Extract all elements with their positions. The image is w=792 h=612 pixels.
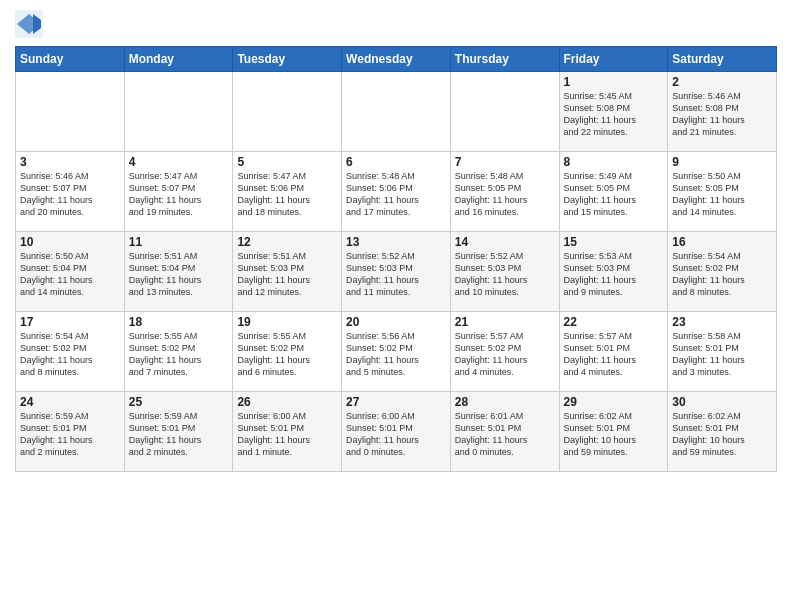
day-number: 14 (455, 235, 555, 249)
logo-area (15, 10, 46, 38)
day-info: Sunrise: 5:58 AMSunset: 5:01 PMDaylight:… (672, 330, 772, 379)
day-number: 9 (672, 155, 772, 169)
day-number: 22 (564, 315, 664, 329)
day-number: 25 (129, 395, 229, 409)
day-number: 1 (564, 75, 664, 89)
calendar-cell (16, 72, 125, 152)
calendar-cell: 17Sunrise: 5:54 AMSunset: 5:02 PMDayligh… (16, 312, 125, 392)
calendar-cell: 20Sunrise: 5:56 AMSunset: 5:02 PMDayligh… (342, 312, 451, 392)
calendar-cell: 21Sunrise: 5:57 AMSunset: 5:02 PMDayligh… (450, 312, 559, 392)
day-info: Sunrise: 5:47 AMSunset: 5:06 PMDaylight:… (237, 170, 337, 219)
day-number: 4 (129, 155, 229, 169)
day-number: 18 (129, 315, 229, 329)
day-info: Sunrise: 6:02 AMSunset: 5:01 PMDaylight:… (564, 410, 664, 459)
calendar-cell: 30Sunrise: 6:02 AMSunset: 5:01 PMDayligh… (668, 392, 777, 472)
header (15, 10, 777, 38)
day-number: 11 (129, 235, 229, 249)
calendar-cell: 22Sunrise: 5:57 AMSunset: 5:01 PMDayligh… (559, 312, 668, 392)
calendar-week-row: 3Sunrise: 5:46 AMSunset: 5:07 PMDaylight… (16, 152, 777, 232)
day-number: 30 (672, 395, 772, 409)
day-info: Sunrise: 5:51 AMSunset: 5:03 PMDaylight:… (237, 250, 337, 299)
day-number: 3 (20, 155, 120, 169)
day-number: 17 (20, 315, 120, 329)
day-of-week-header: Saturday (668, 47, 777, 72)
calendar-cell: 10Sunrise: 5:50 AMSunset: 5:04 PMDayligh… (16, 232, 125, 312)
day-number: 10 (20, 235, 120, 249)
calendar-cell: 4Sunrise: 5:47 AMSunset: 5:07 PMDaylight… (124, 152, 233, 232)
day-info: Sunrise: 5:59 AMSunset: 5:01 PMDaylight:… (20, 410, 120, 459)
day-number: 27 (346, 395, 446, 409)
day-of-week-header: Tuesday (233, 47, 342, 72)
day-info: Sunrise: 5:48 AMSunset: 5:05 PMDaylight:… (455, 170, 555, 219)
day-number: 21 (455, 315, 555, 329)
calendar-cell: 7Sunrise: 5:48 AMSunset: 5:05 PMDaylight… (450, 152, 559, 232)
calendar-cell: 24Sunrise: 5:59 AMSunset: 5:01 PMDayligh… (16, 392, 125, 472)
day-number: 13 (346, 235, 446, 249)
calendar-week-row: 1Sunrise: 5:45 AMSunset: 5:08 PMDaylight… (16, 72, 777, 152)
day-number: 5 (237, 155, 337, 169)
calendar-cell: 3Sunrise: 5:46 AMSunset: 5:07 PMDaylight… (16, 152, 125, 232)
calendar-week-row: 10Sunrise: 5:50 AMSunset: 5:04 PMDayligh… (16, 232, 777, 312)
calendar-cell: 19Sunrise: 5:55 AMSunset: 5:02 PMDayligh… (233, 312, 342, 392)
day-number: 12 (237, 235, 337, 249)
day-info: Sunrise: 5:57 AMSunset: 5:01 PMDaylight:… (564, 330, 664, 379)
calendar-cell: 15Sunrise: 5:53 AMSunset: 5:03 PMDayligh… (559, 232, 668, 312)
calendar-cell (450, 72, 559, 152)
calendar-week-row: 17Sunrise: 5:54 AMSunset: 5:02 PMDayligh… (16, 312, 777, 392)
calendar-cell (342, 72, 451, 152)
day-info: Sunrise: 5:52 AMSunset: 5:03 PMDaylight:… (346, 250, 446, 299)
day-info: Sunrise: 5:57 AMSunset: 5:02 PMDaylight:… (455, 330, 555, 379)
calendar-cell: 18Sunrise: 5:55 AMSunset: 5:02 PMDayligh… (124, 312, 233, 392)
day-number: 20 (346, 315, 446, 329)
calendar-cell: 28Sunrise: 6:01 AMSunset: 5:01 PMDayligh… (450, 392, 559, 472)
day-number: 28 (455, 395, 555, 409)
day-info: Sunrise: 5:59 AMSunset: 5:01 PMDaylight:… (129, 410, 229, 459)
day-info: Sunrise: 5:56 AMSunset: 5:02 PMDaylight:… (346, 330, 446, 379)
day-number: 7 (455, 155, 555, 169)
day-info: Sunrise: 5:51 AMSunset: 5:04 PMDaylight:… (129, 250, 229, 299)
day-info: Sunrise: 5:54 AMSunset: 5:02 PMDaylight:… (20, 330, 120, 379)
calendar-cell: 12Sunrise: 5:51 AMSunset: 5:03 PMDayligh… (233, 232, 342, 312)
day-of-week-header: Sunday (16, 47, 125, 72)
calendar-cell: 25Sunrise: 5:59 AMSunset: 5:01 PMDayligh… (124, 392, 233, 472)
calendar-header-row: SundayMondayTuesdayWednesdayThursdayFrid… (16, 47, 777, 72)
day-number: 15 (564, 235, 664, 249)
calendar-cell: 9Sunrise: 5:50 AMSunset: 5:05 PMDaylight… (668, 152, 777, 232)
calendar-cell: 5Sunrise: 5:47 AMSunset: 5:06 PMDaylight… (233, 152, 342, 232)
calendar-cell: 6Sunrise: 5:48 AMSunset: 5:06 PMDaylight… (342, 152, 451, 232)
day-info: Sunrise: 5:47 AMSunset: 5:07 PMDaylight:… (129, 170, 229, 219)
day-info: Sunrise: 5:55 AMSunset: 5:02 PMDaylight:… (237, 330, 337, 379)
calendar-cell: 29Sunrise: 6:02 AMSunset: 5:01 PMDayligh… (559, 392, 668, 472)
calendar-cell: 16Sunrise: 5:54 AMSunset: 5:02 PMDayligh… (668, 232, 777, 312)
day-info: Sunrise: 6:00 AMSunset: 5:01 PMDaylight:… (237, 410, 337, 459)
day-info: Sunrise: 6:00 AMSunset: 5:01 PMDaylight:… (346, 410, 446, 459)
day-number: 8 (564, 155, 664, 169)
day-number: 26 (237, 395, 337, 409)
day-of-week-header: Friday (559, 47, 668, 72)
logo-icon (15, 10, 43, 38)
day-number: 23 (672, 315, 772, 329)
calendar-cell: 26Sunrise: 6:00 AMSunset: 5:01 PMDayligh… (233, 392, 342, 472)
calendar-cell (124, 72, 233, 152)
day-info: Sunrise: 5:50 AMSunset: 5:05 PMDaylight:… (672, 170, 772, 219)
day-info: Sunrise: 5:48 AMSunset: 5:06 PMDaylight:… (346, 170, 446, 219)
calendar-cell: 11Sunrise: 5:51 AMSunset: 5:04 PMDayligh… (124, 232, 233, 312)
day-info: Sunrise: 5:55 AMSunset: 5:02 PMDaylight:… (129, 330, 229, 379)
day-number: 6 (346, 155, 446, 169)
day-info: Sunrise: 6:01 AMSunset: 5:01 PMDaylight:… (455, 410, 555, 459)
day-info: Sunrise: 5:52 AMSunset: 5:03 PMDaylight:… (455, 250, 555, 299)
day-info: Sunrise: 5:46 AMSunset: 5:08 PMDaylight:… (672, 90, 772, 139)
calendar-cell: 23Sunrise: 5:58 AMSunset: 5:01 PMDayligh… (668, 312, 777, 392)
calendar-cell (233, 72, 342, 152)
day-number: 16 (672, 235, 772, 249)
calendar-cell: 14Sunrise: 5:52 AMSunset: 5:03 PMDayligh… (450, 232, 559, 312)
day-number: 24 (20, 395, 120, 409)
day-of-week-header: Thursday (450, 47, 559, 72)
calendar-cell: 8Sunrise: 5:49 AMSunset: 5:05 PMDaylight… (559, 152, 668, 232)
day-info: Sunrise: 5:49 AMSunset: 5:05 PMDaylight:… (564, 170, 664, 219)
calendar-cell: 27Sunrise: 6:00 AMSunset: 5:01 PMDayligh… (342, 392, 451, 472)
day-info: Sunrise: 6:02 AMSunset: 5:01 PMDaylight:… (672, 410, 772, 459)
calendar-cell: 2Sunrise: 5:46 AMSunset: 5:08 PMDaylight… (668, 72, 777, 152)
calendar-table: SundayMondayTuesdayWednesdayThursdayFrid… (15, 46, 777, 472)
day-info: Sunrise: 5:53 AMSunset: 5:03 PMDaylight:… (564, 250, 664, 299)
